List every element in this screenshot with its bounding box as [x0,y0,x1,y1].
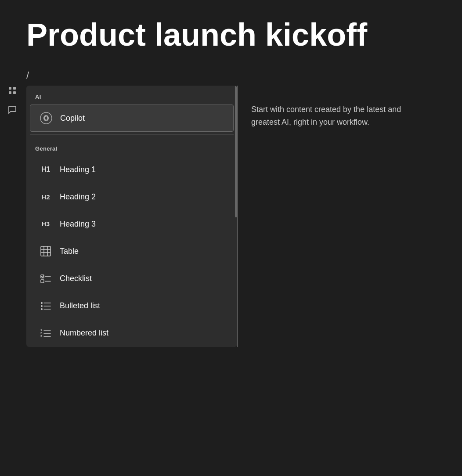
svg-text:1: 1 [40,328,42,332]
svg-text:2: 2 [40,332,42,335]
menu-item-heading1[interactable]: H1 Heading 1 [30,156,234,183]
menu-item-table[interactable]: Table [30,238,234,264]
svg-rect-1 [13,87,16,90]
scrollbar-track[interactable] [235,86,237,347]
heading3-icon: H3 [39,217,53,231]
section-divider [30,134,234,135]
svg-point-4 [40,112,52,124]
ai-section-label: AI [26,86,237,104]
menu-item-heading2[interactable]: H2 Heading 2 [30,184,234,210]
numbered-list-icon: 1 2 3 [39,326,53,340]
heading1-label: Heading 1 [60,165,96,174]
svg-point-16 [41,305,43,307]
bulleted-list-icon [39,299,53,313]
left-sidebar [0,79,24,117]
table-icon [39,244,53,258]
menu-item-bulleted-list[interactable]: Bulleted list [30,292,234,319]
general-section-label: General [26,137,237,155]
svg-rect-2 [9,91,11,94]
copilot-label: Copilot [60,114,85,123]
bulleted-list-label: Bulleted list [60,301,100,310]
chat-sidebar-icon[interactable] [5,103,19,117]
menu-item-heading3[interactable]: H3 Heading 3 [30,211,234,237]
menu-item-copilot[interactable]: Copilot [30,105,234,132]
menu-item-checklist[interactable]: Checklist [30,265,234,292]
numbered-list-label: Numbered list [60,328,108,338]
heading2-label: Heading 2 [60,192,96,202]
svg-rect-5 [41,246,51,256]
checklist-icon [39,271,53,285]
scrollbar-thumb[interactable] [235,86,237,217]
svg-text:3: 3 [40,335,42,338]
heading3-label: Heading 3 [60,220,96,229]
toolbar-row: / [0,65,462,86]
page-title: Product launch kickoff [0,0,462,65]
slash-indicator: / [26,70,29,81]
dropdown-panel: AI Copilot General H1 Heading 1 [26,86,237,347]
svg-point-18 [41,308,43,310]
content-area: AI Copilot General H1 Heading 1 [0,86,462,347]
table-label: Table [60,247,79,256]
preview-panel: Start with content created by the latest… [238,86,422,347]
checklist-label: Checklist [60,274,92,283]
svg-rect-0 [9,87,11,90]
svg-point-14 [41,302,43,304]
heading2-icon: H2 [39,190,53,204]
copilot-icon [39,111,53,125]
svg-rect-3 [13,91,16,94]
preview-description: Start with content created by the latest… [251,103,409,129]
menu-item-numbered-list[interactable]: 1 2 3 Numbered list [30,320,234,346]
grid-sidebar-icon[interactable] [5,83,19,97]
heading1-icon: H1 [39,162,53,177]
svg-rect-12 [41,280,44,283]
